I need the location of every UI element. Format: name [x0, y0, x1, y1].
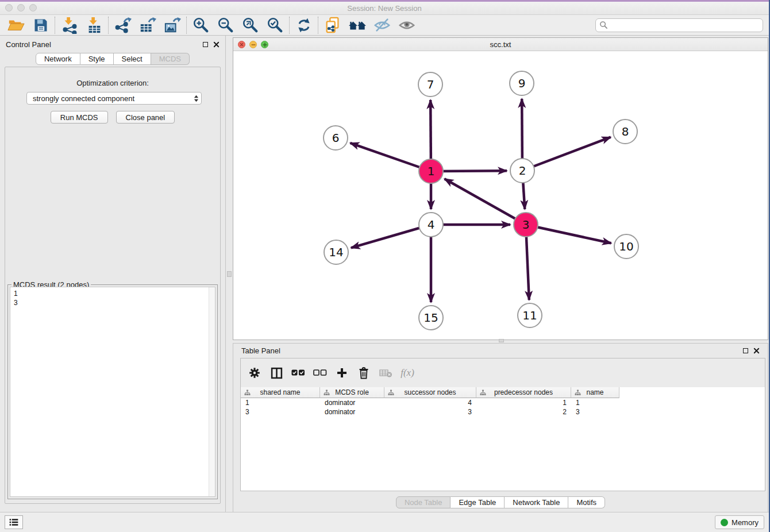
copy-network-button[interactable] — [320, 16, 345, 35]
tab-style[interactable]: Style — [80, 53, 114, 65]
open-file-button[interactable] — [3, 16, 28, 35]
mcds-result-area[interactable]: 13 — [10, 287, 215, 497]
optimization-dropdown[interactable]: strongly connected component — [26, 92, 202, 105]
table-row[interactable]: 1dominator411 — [241, 398, 765, 407]
column-header-shared-name[interactable]: shared name — [241, 387, 320, 398]
graph-node-1[interactable]: 1 — [419, 159, 443, 183]
show-all-button[interactable] — [394, 16, 419, 35]
graph-edge-1-6[interactable] — [350, 143, 431, 171]
deselect-all-button[interactable] — [313, 365, 327, 380]
graph-node-9[interactable]: 9 — [510, 71, 534, 95]
memory-button[interactable]: Memory — [715, 515, 764, 529]
table-panel: Table Panel — [233, 343, 768, 512]
mcds-panel: Optimization criterion: strongly connect… — [5, 67, 221, 504]
first-neighbors-button[interactable] — [345, 16, 369, 35]
graph-node-3[interactable]: 3 — [514, 213, 538, 237]
export-table-button[interactable] — [135, 16, 160, 35]
tab-edge-table[interactable]: Edge Table — [451, 496, 505, 508]
maximize-window-icon[interactable] — [29, 4, 37, 11]
main-toolbar — [0, 15, 769, 36]
control-panel: Control Panel NetworkStyleSelectMCDS Opt… — [0, 36, 226, 512]
column-header-mcds-role[interactable]: MCDS role — [320, 387, 384, 398]
svg-text:14: 14 — [329, 245, 343, 259]
table-cell: 3 — [571, 408, 619, 416]
close-window-icon[interactable] — [5, 4, 13, 11]
gear-button[interactable] — [248, 365, 261, 380]
graph-node-7[interactable]: 7 — [418, 72, 442, 97]
memory-status-icon — [721, 519, 728, 526]
delete-table-button[interactable] — [379, 365, 392, 380]
zoom-out-button[interactable] — [213, 16, 238, 35]
result-scrollbar[interactable] — [209, 287, 215, 496]
graph-node-2[interactable]: 2 — [510, 159, 534, 183]
export-image-button[interactable] — [160, 16, 184, 35]
graph-node-10[interactable]: 10 — [614, 234, 638, 259]
graph-node-11[interactable]: 11 — [518, 303, 542, 327]
add-column-button[interactable] — [335, 365, 349, 380]
graph-node-8[interactable]: 8 — [613, 119, 637, 144]
zoom-selected-button[interactable] — [263, 16, 287, 35]
graph-edge-2-8[interactable] — [522, 137, 611, 171]
graph-edge-3-10[interactable] — [526, 225, 611, 243]
open-file-icon — [7, 17, 25, 34]
task-history-button[interactable] — [5, 515, 23, 529]
result-line: 3 — [14, 298, 211, 307]
search-input[interactable] — [595, 18, 763, 32]
mcds-result-group: MCDS result (2 nodes) 13 — [7, 284, 218, 499]
column-header-predecessor-nodes[interactable]: predecessor nodes — [476, 387, 571, 398]
tab-select[interactable]: Select — [114, 53, 151, 65]
float-panel-icon[interactable] — [203, 42, 208, 47]
tab-network-table[interactable]: Network Table — [505, 496, 568, 508]
minimize-network-icon[interactable] — [249, 41, 257, 48]
columns-button[interactable] — [270, 365, 283, 380]
mcds-result-lines: 13 — [10, 287, 215, 309]
vertical-splitter[interactable] — [226, 36, 233, 512]
tab-node-table[interactable]: Node Table — [396, 496, 451, 508]
zoom-fit-icon — [242, 17, 259, 34]
close-network-icon[interactable] — [238, 41, 245, 48]
copy-network-icon — [324, 17, 341, 34]
close-panel-icon[interactable] — [213, 41, 220, 48]
graph-node-14[interactable]: 14 — [324, 240, 348, 264]
select-all-button[interactable] — [291, 365, 305, 380]
close-panel-button[interactable]: Close panel — [116, 111, 175, 124]
save-session-button[interactable] — [28, 16, 53, 35]
network-resize-handle[interactable] — [499, 339, 504, 342]
node-table[interactable]: shared nameMCDS rolesuccessor nodesprede… — [241, 387, 765, 491]
gear-icon — [248, 367, 261, 379]
float-table-panel-icon[interactable] — [743, 348, 748, 353]
memory-label: Memory — [732, 518, 759, 527]
zoom-fit-button[interactable] — [238, 16, 263, 35]
function-builder-button[interactable]: f(x) — [401, 365, 414, 380]
graph-node-15[interactable]: 15 — [419, 306, 443, 330]
svg-text:11: 11 — [522, 309, 537, 322]
tab-mcds[interactable]: MCDS — [151, 53, 190, 65]
graph-node-4[interactable]: 4 — [419, 213, 443, 237]
delete-table-icon — [379, 368, 392, 377]
maximize-network-icon[interactable] — [261, 41, 268, 48]
column-header-name[interactable]: name — [571, 387, 619, 398]
column-header-successor-nodes[interactable]: successor nodes — [384, 387, 476, 398]
graph-node-6[interactable]: 6 — [324, 126, 348, 150]
graph-edge-3-1[interactable] — [445, 179, 526, 225]
tab-motifs[interactable]: Motifs — [568, 496, 605, 508]
tab-network[interactable]: Network — [36, 53, 80, 65]
table-row[interactable]: 3dominator323 — [241, 407, 765, 417]
zoom-out-icon — [217, 17, 234, 34]
refresh-view-button[interactable] — [291, 16, 316, 35]
close-table-panel-icon[interactable] — [753, 348, 760, 354]
window-controls[interactable] — [5, 4, 37, 11]
splitter-handle[interactable] — [227, 271, 232, 277]
minimize-window-icon[interactable] — [17, 4, 25, 11]
zoom-in-button[interactable] — [188, 16, 213, 35]
delete-button[interactable] — [357, 365, 371, 380]
import-network-button[interactable] — [57, 16, 82, 35]
run-mcds-button[interactable]: Run MCDS — [51, 111, 108, 124]
svg-text:10: 10 — [619, 240, 633, 253]
import-table-button[interactable] — [82, 16, 106, 35]
hide-selected-button[interactable] — [369, 16, 394, 35]
function-builder-icon: f(x) — [401, 367, 414, 379]
export-network-button[interactable] — [110, 16, 135, 35]
network-canvas[interactable]: 7968124314101511 — [233, 51, 768, 340]
table-tabs: Node TableEdge TableNetwork TableMotifs — [233, 496, 768, 508]
